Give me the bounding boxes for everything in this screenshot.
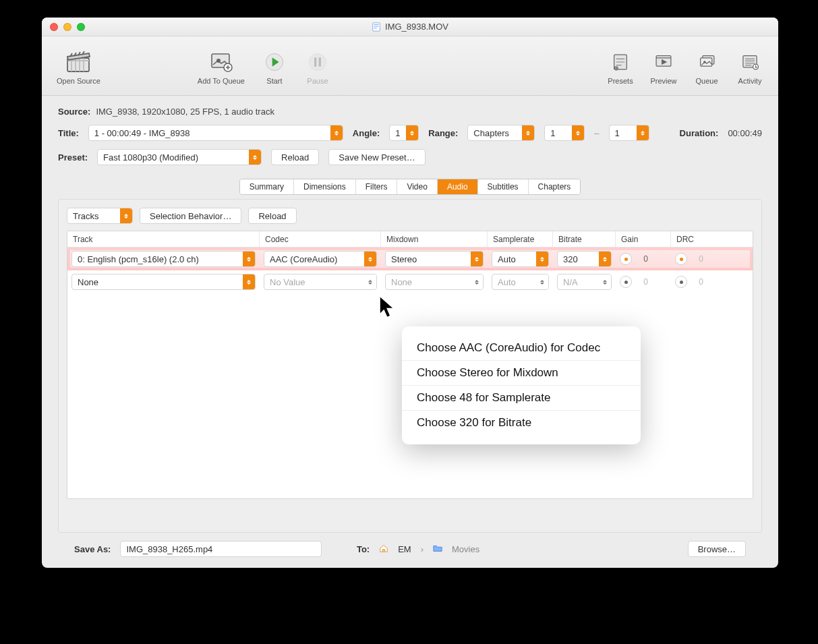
row1-track-select[interactable]: None [71,274,256,290]
tabbar: Summary Dimensions Filters Video Audio S… [239,179,581,195]
row0-gain-value: 0 [632,254,652,264]
save-as-label: Save As: [74,544,111,554]
preview-icon [650,50,677,74]
pause-icon [304,50,331,74]
title-select[interactable]: 1 - 00:00:49 - IMG_8938 [88,125,343,141]
row1-mixdown-select[interactable]: None [385,274,484,290]
preset-label: Preset: [58,152,88,163]
activity-label: Activity [738,77,762,85]
save-as-input[interactable]: IMG_8938_H265.mp4 [120,541,321,557]
tab-summary[interactable]: Summary [240,179,294,194]
range-select[interactable]: Chapters [467,125,535,141]
row0-gain-knob[interactable] [620,253,632,265]
row1-codec-select[interactable]: No Value [264,274,377,290]
menu-item-bitrate[interactable]: Choose 320 for Bitrate [402,410,641,435]
col-samplerate: Samplerate [488,231,553,247]
maximize-button[interactable] [77,23,85,31]
menu-item-mixdown[interactable]: Choose Stereo for Mixdown [402,360,641,385]
menu-item-codec[interactable]: Choose AAC (CoreAudio) for Codec [402,336,641,360]
table-row: 0: English (pcm_s16le) (2.0 ch) AAC (Cor… [67,247,753,270]
titlebar: IMG_8938.MOV [42,18,778,36]
angle-select[interactable]: 1 [389,125,419,141]
queue-button[interactable]: Queue [685,46,728,86]
presets-button[interactable]: Presets [599,46,642,86]
path-segment-1[interactable]: EM [398,544,411,554]
selection-behavior-button[interactable]: Selection Behavior… [140,208,241,224]
angle-label: Angle: [353,128,380,138]
range-dash: – [594,128,599,138]
clapper-icon [65,50,92,74]
browse-button[interactable]: Browse… [688,541,746,557]
svg-rect-0 [373,22,380,30]
open-source-button[interactable]: Open Source [49,46,109,86]
start-label: Start [266,77,282,85]
queue-label: Queue [695,77,718,85]
app-window: IMG_8938.MOV Open Source Add To [42,18,778,568]
table-header: Track Codec Mixdown Samplerate Bitrate G… [67,231,753,247]
col-mixdown: Mixdown [381,231,488,247]
title-label: Title: [58,128,79,138]
start-button[interactable]: Start [253,46,296,86]
pause-label: Pause [307,77,328,85]
add-queue-icon [208,50,235,74]
tab-audio[interactable]: Audio [438,179,478,194]
row0-drc-value: 0 [687,254,707,264]
document-icon [372,22,381,32]
tab-chapters[interactable]: Chapters [529,179,581,194]
col-track: Track [67,231,260,247]
path-segment-2[interactable]: Movies [452,544,479,554]
row1-drc-knob[interactable] [675,276,687,288]
reload-preset-button[interactable]: Reload [271,149,319,165]
queue-icon [693,50,720,74]
add-to-queue-label: Add To Queue [198,77,245,85]
row1-gain-value: 0 [632,277,652,287]
add-to-queue-button[interactable]: Add To Queue [189,46,253,86]
minimize-button[interactable] [63,23,71,31]
row1-gain-knob[interactable] [620,276,632,288]
path-separator: › [421,544,423,554]
col-gain: Gain [616,231,671,247]
presets-icon [607,50,634,74]
row0-samplerate-select[interactable]: Auto [492,251,549,267]
row1-samplerate-select[interactable]: Auto [492,274,549,290]
svg-point-6 [309,53,326,70]
window-title: IMG_8938.MOV [385,22,448,32]
folder-icon [433,544,442,555]
tab-filters[interactable]: Filters [356,179,398,194]
mouse-cursor [379,295,392,314]
svg-rect-7 [314,57,316,66]
row0-drc-knob[interactable] [675,253,687,265]
source-label: Source: [58,107,90,117]
row0-track-select[interactable]: 0: English (pcm_s16le) (2.0 ch) [71,251,256,267]
row1-bitrate-select[interactable]: N/A [557,274,612,290]
to-label: To: [357,544,370,554]
preview-button[interactable]: Preview [642,46,685,86]
range-from[interactable]: 1 [544,125,585,141]
row0-mixdown-select[interactable]: Stereo [385,251,484,267]
svg-rect-8 [319,57,321,66]
range-to[interactable]: 1 [609,125,649,141]
tracks-select[interactable]: Tracks [67,208,133,224]
row0-codec-select[interactable]: AAC (CoreAudio) [264,251,377,267]
row1-drc-value: 0 [687,277,707,287]
reload-tracks-button[interactable]: Reload [248,208,296,224]
tab-video[interactable]: Video [397,179,437,194]
preview-label: Preview [650,77,676,85]
pause-button[interactable]: Pause [296,46,339,86]
presets-label: Presets [608,77,633,85]
row0-bitrate-select[interactable]: 320 [557,251,612,267]
preset-select[interactable]: Fast 1080p30 (Modified) [97,149,262,165]
tab-subtitles[interactable]: Subtitles [478,179,529,194]
save-new-preset-button[interactable]: Save New Preset… [328,149,425,165]
col-codec: Codec [260,231,381,247]
close-button[interactable] [50,23,58,31]
suggestion-menu: Choose AAC (CoreAudio) for Codec Choose … [402,326,641,444]
activity-button[interactable]: Activity [728,46,771,86]
duration-label: Duration: [680,128,719,138]
source-value: IMG_8938, 1920x1080, 25 FPS, 1 audio tra… [96,107,274,117]
duration-value: 00:00:49 [728,128,762,138]
tab-dimensions[interactable]: Dimensions [294,179,356,194]
menu-item-samplerate[interactable]: Choose 48 for Samplerate [402,385,641,410]
activity-icon [736,50,763,74]
home-icon [379,544,388,555]
